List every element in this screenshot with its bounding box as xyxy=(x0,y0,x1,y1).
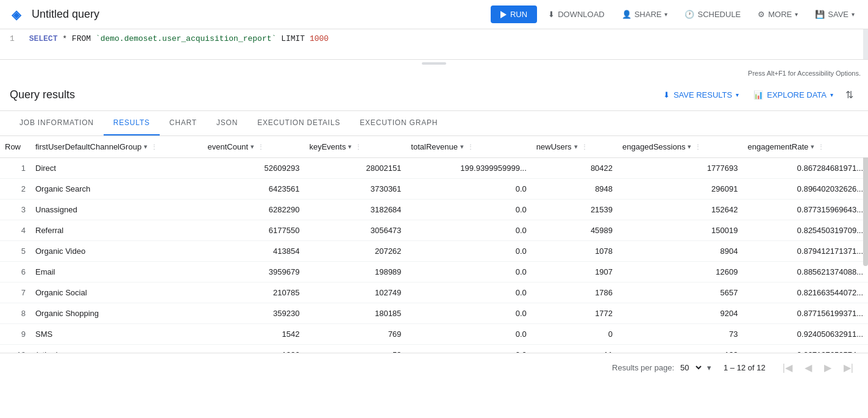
cell-row-num: 2 xyxy=(0,179,30,200)
expand-collapse-button[interactable]: ⇅ xyxy=(841,87,858,103)
cell-totalrevenue: 0.0 xyxy=(406,220,531,241)
pagination-info: 1 – 12 of 12 xyxy=(724,363,766,372)
tabs-bar: JOB INFORMATION RESULTS CHART JSON EXECU… xyxy=(0,111,868,136)
app-logo: ◈ xyxy=(7,6,24,23)
cell-row-num: 4 xyxy=(0,220,30,241)
cell-totalrevenue: 0.0 xyxy=(406,283,531,303)
col-header-channel[interactable]: firstUserDefaultChannelGroup ▾ ⋮ xyxy=(30,136,203,158)
sql-editor[interactable]: 1 SELECT * FROM `demo.demoset.user_acqui… xyxy=(0,29,868,60)
col-header-engagedsessions[interactable]: engagedSessions ▾ ⋮ xyxy=(617,136,742,158)
cell-channel: Unassigned xyxy=(30,200,203,220)
resize-handle-keyevents[interactable]: ⋮ xyxy=(355,143,361,150)
cell-newusers: 8948 xyxy=(532,179,617,200)
tab-execution-graph[interactable]: EXECUTION GRAPH xyxy=(350,111,447,135)
editor-scrollbar[interactable] xyxy=(863,29,868,59)
cell-eventcount: 52609293 xyxy=(203,158,305,179)
resize-handle-engagedsessions[interactable]: ⋮ xyxy=(695,143,701,150)
resize-handle[interactable] xyxy=(422,62,446,65)
cell-channel: Referral xyxy=(30,220,203,241)
col-header-engagementrate[interactable]: engagementRate ▾ ⋮ xyxy=(743,136,869,158)
cell-engagementrate: 0.825450319709... xyxy=(743,220,869,241)
tab-chart[interactable]: CHART xyxy=(160,111,207,135)
tab-json[interactable]: JSON xyxy=(207,111,247,135)
cell-newusers: 21539 xyxy=(532,200,617,220)
resize-handle-totalrevenue[interactable]: ⋮ xyxy=(468,143,474,150)
table-row: 9 SMS 1542 769 0.0 0 73 0.924050632911..… xyxy=(0,324,868,345)
tab-execution-details[interactable]: EXECUTION DETAILS xyxy=(247,111,350,135)
cell-eventcount: 6423561 xyxy=(203,179,305,200)
save-results-button[interactable]: ⬇ SAVE RESULTS ▾ xyxy=(656,87,746,103)
cell-row-num: 3 xyxy=(0,200,30,220)
cell-engagedsessions: 73 xyxy=(617,324,742,345)
sort-icon-eventcount: ▾ xyxy=(251,143,254,151)
cell-totalrevenue: 0.0 xyxy=(406,179,531,200)
cell-engagementrate: 0.924050632911... xyxy=(743,324,869,345)
col-header-newusers[interactable]: newUsers ▾ ⋮ xyxy=(532,136,617,158)
col-header-totalrevenue[interactable]: totalRevenue ▾ ⋮ xyxy=(406,136,531,158)
sort-icon-engagedsessions: ▾ xyxy=(688,143,691,151)
share-button[interactable]: 👤 SHARE ▾ xyxy=(616,6,674,23)
cell-eventcount: 6177550 xyxy=(203,220,305,241)
col-header-row: Row xyxy=(0,136,30,158)
tab-results[interactable]: RESULTS xyxy=(104,111,160,135)
cell-keyevents: 53 xyxy=(304,345,406,353)
cell-totalrevenue: 0.0 xyxy=(406,241,531,262)
resize-handle-newusers[interactable]: ⋮ xyxy=(582,143,588,150)
cell-totalrevenue: 199.9399959999... xyxy=(406,158,531,179)
cell-engagedsessions: 152642 xyxy=(617,200,742,220)
run-button[interactable]: RUN xyxy=(491,5,537,23)
save-chevron-icon: ▾ xyxy=(852,11,855,18)
cell-row-num: 8 xyxy=(0,303,30,324)
pagination-buttons: |◀ ◀ ▶ ▶| xyxy=(778,359,858,376)
cell-engagementrate: 0.877156199371... xyxy=(743,303,869,324)
cell-newusers: 1786 xyxy=(532,283,617,303)
per-page-select[interactable]: 50 100 500 xyxy=(678,362,703,373)
save-button[interactable]: 💾 SAVE ▾ xyxy=(809,6,861,23)
cell-eventcount: 6282290 xyxy=(203,200,305,220)
cell-engagedsessions: 1777693 xyxy=(617,158,742,179)
top-bar: ◈ Untitled query RUN ⬇ DOWNLOAD 👤 SHARE … xyxy=(0,0,868,29)
table-row: 6 Email 3959679 198989 0.0 1907 12609 0.… xyxy=(0,262,868,283)
cell-newusers: 1772 xyxy=(532,303,617,324)
cell-engagementrate: 0.327127659574... xyxy=(743,345,869,353)
sql-select-keyword: SELECT xyxy=(29,34,58,43)
cell-keyevents: 180185 xyxy=(304,303,406,324)
results-title: Query results xyxy=(10,88,656,101)
table-row: 4 Referral 6177550 3056473 0.0 45989 150… xyxy=(0,220,868,241)
save-results-chevron-icon: ▾ xyxy=(736,92,739,98)
prev-page-button[interactable]: ◀ xyxy=(800,359,817,376)
cell-channel: Email xyxy=(30,262,203,283)
download-icon: ⬇ xyxy=(548,10,555,19)
explore-data-button[interactable]: 📊 EXPLORE DATA ▾ xyxy=(746,87,841,103)
cell-channel: (other) xyxy=(30,345,203,353)
table-row: 1 Direct 52609293 28002151 199.939995999… xyxy=(0,158,868,179)
cell-engagedsessions: 12609 xyxy=(617,262,742,283)
cell-keyevents: 102749 xyxy=(304,283,406,303)
next-page-button[interactable]: ▶ xyxy=(819,359,836,376)
cell-keyevents: 3056473 xyxy=(304,220,406,241)
cell-keyevents: 3182684 xyxy=(304,200,406,220)
resize-handle-eventcount[interactable]: ⋮ xyxy=(258,143,264,150)
table-row: 7 Organic Social 210785 102749 0.0 1786 … xyxy=(0,283,868,303)
table-row: 8 Organic Shopping 359230 180185 0.0 177… xyxy=(0,303,868,324)
editor-resizer[interactable] xyxy=(0,60,868,67)
cell-totalrevenue: 0.0 xyxy=(406,345,531,353)
col-header-eventcount[interactable]: eventCount ▾ ⋮ xyxy=(203,136,305,158)
last-page-button[interactable]: ▶| xyxy=(839,359,858,376)
cell-keyevents: 769 xyxy=(304,324,406,345)
cell-eventcount: 210785 xyxy=(203,283,305,303)
resize-handle-channel[interactable]: ⋮ xyxy=(151,143,157,150)
schedule-button[interactable]: 🕐 SCHEDULE xyxy=(678,6,747,23)
table-row: 3 Unassigned 6282290 3182684 0.0 21539 1… xyxy=(0,200,868,220)
tab-job-information[interactable]: JOB INFORMATION xyxy=(10,111,104,135)
sort-icon-engagementrate: ▾ xyxy=(811,143,814,151)
download-button[interactable]: ⬇ DOWNLOAD xyxy=(542,6,611,23)
sort-icon-newusers: ▾ xyxy=(574,143,578,151)
more-button[interactable]: ⚙ MORE ▾ xyxy=(752,6,804,23)
cell-keyevents: 198989 xyxy=(304,262,406,283)
resize-handle-engagementrate[interactable]: ⋮ xyxy=(818,143,824,150)
first-page-button[interactable]: |◀ xyxy=(778,359,797,376)
cell-eventcount: 3959679 xyxy=(203,262,305,283)
cell-engagementrate: 0.896402032626... xyxy=(743,179,869,200)
col-header-keyevents[interactable]: keyEvents ▾ ⋮ xyxy=(304,136,406,158)
